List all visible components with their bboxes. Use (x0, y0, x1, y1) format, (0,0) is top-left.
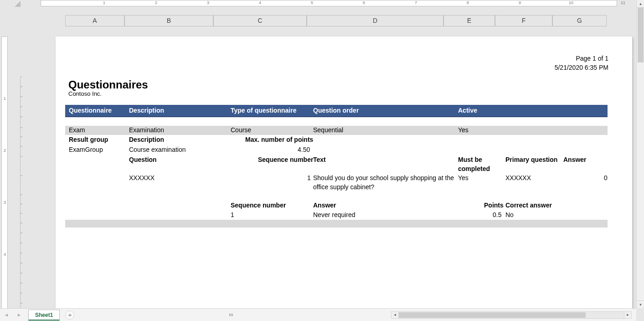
cell: 0 (604, 173, 608, 182)
sheet-tab[interactable]: Sheet1 (28, 310, 60, 321)
ruler-mark: 10 (569, 0, 573, 5)
cell: 4.50 (298, 145, 310, 154)
sheet-tab-bar: ◄ ► Sheet1 ＋ ◄ ► (0, 308, 636, 321)
ruler-mark: 2 (155, 0, 157, 5)
horizontal-scrollbar[interactable]: ◄ ► (391, 311, 632, 319)
tab-split-handle[interactable] (229, 312, 234, 317)
col-correct: Correct answer (505, 201, 552, 210)
column-header[interactable]: D (307, 15, 443, 26)
ruler-mark: 1 (103, 0, 105, 5)
ruler-mark: 3 (207, 0, 209, 5)
column-header[interactable]: E (443, 15, 495, 26)
select-all-corner[interactable] (0, 0, 22, 7)
cell: No (505, 210, 514, 219)
col-result-group: Result group (69, 135, 108, 144)
scroll-thumb[interactable] (399, 312, 586, 318)
tab-nav-prev-button[interactable]: ◄ (1, 310, 12, 320)
scroll-up-button[interactable]: ▲ (637, 0, 644, 8)
report-title: Questionnaires (68, 78, 148, 91)
cell: XXXXXX (505, 173, 531, 182)
column-header[interactable]: G (552, 15, 607, 26)
cell: 1 (307, 173, 311, 182)
col-questionnaire: Questionnaire (69, 107, 112, 114)
cell: ExamGroup (69, 145, 103, 154)
spreadsheet-window: 1 2 3 4 5 6 7 8 9 10 11 A B C D E F G 1 … (0, 0, 644, 321)
col-text: Text (313, 155, 326, 164)
col-points: Points (484, 201, 504, 210)
print-page: Page 1 of 1 5/21/2020 6:35 PM Questionna… (56, 36, 632, 321)
table-header-row: Questionnaire Description Type of questi… (65, 105, 608, 117)
col-active: Active (458, 107, 477, 114)
cell: Yes (458, 173, 469, 182)
col-seq: Sequence number (258, 155, 313, 164)
col-type: Type of questionnaire (231, 107, 296, 114)
col-description: Description (129, 135, 164, 144)
horizontal-ruler: 1 2 3 4 5 6 7 8 9 10 11 (22, 0, 636, 7)
cell: Exam (69, 126, 85, 134)
ruler-mark: 5 (311, 0, 313, 5)
row-headers: 1 2 3 4 5 6 7 8 9 10 11 12 13 14 15 16 1… (10, 26, 22, 308)
ruler-mark: 6 (363, 0, 365, 5)
cell: 0.5 (493, 210, 501, 219)
col-description: Description (129, 107, 164, 114)
cell: Sequential (313, 126, 343, 134)
column-header[interactable]: F (495, 15, 552, 26)
column-header[interactable]: C (213, 15, 307, 26)
column-headers: A B C D E F G (22, 7, 636, 26)
ruler-mark: 7 (415, 0, 417, 5)
cell: XXXXXX (129, 173, 155, 182)
add-sheet-button[interactable]: ＋ (65, 311, 74, 320)
vertical-ruler: 1 2 3 4 (0, 26, 10, 308)
spacer-row (65, 220, 608, 228)
vertical-scrollbar[interactable]: ▲ ▼ (636, 0, 644, 308)
scroll-down-button[interactable]: ▼ (637, 300, 644, 308)
col-answer: Answer (313, 201, 336, 210)
col-max-points: Max. number of points (245, 135, 313, 144)
ruler-mark: 11 (621, 0, 625, 5)
ruler-mark: 9 (519, 0, 521, 5)
table-row: Exam Examination Course Sequential Yes (65, 126, 608, 135)
col-seq: Sequence number (231, 201, 286, 210)
ruler-mark: 8 (467, 0, 469, 5)
company-name: Contoso Inc. (68, 90, 102, 97)
scroll-thumb[interactable] (638, 8, 644, 62)
column-header[interactable]: B (124, 15, 213, 26)
column-header[interactable]: A (65, 15, 124, 26)
col-question: Question (129, 155, 157, 164)
col-answer: Answer (563, 155, 587, 164)
cell: Yes (458, 126, 469, 134)
scroll-left-button[interactable]: ◄ (392, 312, 399, 318)
cell: Course examination (129, 145, 186, 154)
col-order: Question order (313, 107, 359, 114)
cell: Course (231, 126, 251, 134)
grid-area[interactable]: Page 1 of 1 5/21/2020 6:35 PM Questionna… (22, 26, 636, 308)
cell: 1 (231, 210, 234, 219)
sub-header-row: Question Sequence number Text Must be co… (65, 155, 608, 173)
scroll-right-button[interactable]: ► (624, 312, 631, 318)
cell: Examination (129, 126, 164, 134)
col-must: Must be completed (458, 155, 495, 173)
table-row: XXXXXX 1 Should you do your school suppl… (65, 173, 608, 192)
tab-nav-next-button[interactable]: ► (14, 310, 25, 320)
cell: Never required (313, 210, 355, 219)
page-header: Page 1 of 1 5/21/2020 6:35 PM (555, 54, 608, 72)
col-primary: Primary question (505, 155, 557, 164)
ruler-mark: 4 (259, 0, 261, 5)
page-timestamp: 5/21/2020 6:35 PM (555, 63, 608, 72)
cell: Should you do your school supply shoppin… (313, 173, 455, 192)
page-number: Page 1 of 1 (555, 54, 608, 63)
